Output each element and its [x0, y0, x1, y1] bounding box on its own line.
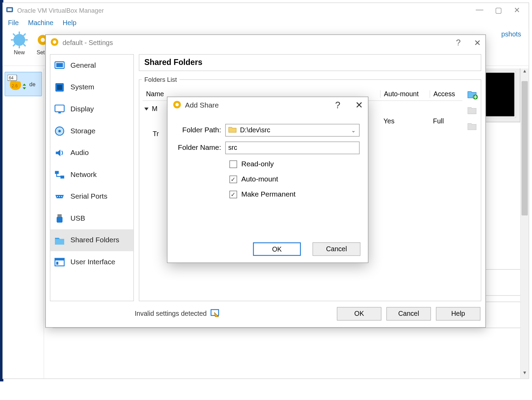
edit-share-button[interactable] — [466, 104, 478, 116]
readonly-label: Read-only — [241, 160, 274, 168]
permanent-row[interactable]: ✓ Make Permanent — [176, 187, 359, 202]
add-share-ok-button[interactable]: OK — [253, 242, 301, 256]
scrollbar-thumb[interactable] — [521, 81, 528, 215]
settings-footer: Invalid settings detected OK Cancel Help — [51, 304, 481, 323]
svg-rect-26 — [58, 112, 61, 113]
row-automount: Yes — [380, 118, 429, 125]
add-share-titlebar[interactable]: Add Share ? ✕ — [167, 97, 368, 114]
svg-rect-24 — [57, 85, 62, 90]
permanent-label: Make Permanent — [241, 190, 296, 199]
automount-label: Auto-mount — [241, 175, 278, 184]
sidebar-label-display: Display — [70, 105, 94, 113]
gear-icon — [50, 37, 59, 48]
permanent-checkbox[interactable]: ✓ — [230, 191, 237, 198]
svg-rect-1 — [8, 8, 12, 11]
readonly-row[interactable]: Read-only — [176, 157, 359, 172]
automount-checkbox[interactable]: ✓ — [230, 176, 237, 183]
svg-line-8 — [23, 44, 25, 46]
add-share-dialog: Add Share ? ✕ Folder Path: D:\dev\src ⌄ — [167, 97, 369, 263]
main-window-title: Oracle VM VirtualBox Manager — [17, 7, 476, 14]
settings-help-button[interactable]: Help — [436, 307, 481, 321]
svg-rect-34 — [57, 214, 61, 216]
add-share-close-icon[interactable]: ✕ — [355, 100, 363, 111]
svg-point-32 — [59, 196, 60, 197]
vm-os-icon: 64 2.6 — [8, 75, 27, 93]
app-icon — [5, 5, 14, 15]
sun-icon — [11, 31, 28, 49]
chevron-down-icon — [144, 107, 149, 110]
col-access[interactable]: Access — [430, 90, 462, 98]
close-icon[interactable]: ✕ — [514, 5, 520, 15]
settings-close-icon[interactable]: ✕ — [474, 38, 481, 48]
sidebar-item-system[interactable]: System — [50, 76, 134, 98]
group-transient-label: Tr — [153, 130, 159, 138]
remove-share-button[interactable] — [466, 120, 478, 132]
svg-line-10 — [23, 34, 25, 36]
sidebar-label-system: System — [70, 83, 94, 91]
sidebar-item-general[interactable]: General — [50, 55, 134, 77]
scroll-down-icon[interactable]: ▼ — [521, 370, 529, 378]
settings-cancel-button[interactable]: Cancel — [386, 307, 431, 321]
sidebar-item-display[interactable]: Display — [50, 98, 134, 120]
toolbar-new-button[interactable]: New — [6, 31, 32, 55]
toolbar-settings-label: Set — [37, 49, 45, 55]
chevron-down-icon: ⌄ — [351, 127, 356, 133]
maximize-icon[interactable]: ▢ — [495, 5, 502, 15]
folder-path-value: D:\dev\src — [240, 126, 270, 134]
sidebar-label-general: General — [70, 61, 96, 69]
warning-text: Invalid settings detected — [135, 310, 207, 318]
minimize-icon[interactable]: — — [476, 5, 483, 15]
add-share-help-icon[interactable]: ? — [335, 100, 340, 111]
col-automount[interactable]: Auto-mount — [380, 90, 429, 98]
folder-icon — [228, 126, 236, 134]
settings-help-icon[interactable]: ? — [456, 38, 461, 48]
menu-file[interactable]: File — [8, 19, 19, 27]
toolbar-new-label: New — [14, 49, 25, 55]
sidebar-label-serial: Serial Ports — [70, 192, 107, 201]
sidebar-item-network[interactable]: Network — [50, 164, 134, 186]
svg-point-20 — [53, 40, 56, 44]
settings-page-title: Shared Folders — [139, 54, 481, 71]
svg-rect-36 — [55, 239, 64, 245]
sidebar-label-shared-folders: Shared Folders — [70, 236, 119, 244]
settings-titlebar[interactable]: default - Settings ? ✕ — [46, 35, 485, 51]
folder-name-input[interactable] — [225, 142, 359, 154]
main-menu-bar: File Machine Help — [3, 17, 529, 29]
scroll-up-icon[interactable]: ▲ — [521, 68, 529, 77]
svg-line-7 — [13, 34, 15, 36]
svg-rect-29 — [55, 171, 59, 174]
toolbar-snapshots-link[interactable]: pshots — [501, 31, 529, 38]
settings-ok-button[interactable]: OK — [337, 307, 382, 321]
vm-list-item[interactable]: 64 2.6 de — [4, 72, 42, 96]
svg-point-31 — [57, 196, 58, 197]
settings-title: default - Settings — [62, 39, 456, 47]
sidebar-item-audio[interactable]: Audio — [50, 142, 134, 164]
svg-text:64: 64 — [9, 76, 14, 80]
sidebar-label-usb: USB — [70, 214, 85, 222]
readonly-checkbox[interactable] — [230, 160, 237, 168]
menu-help[interactable]: Help — [62, 19, 76, 27]
svg-point-33 — [61, 196, 62, 197]
warning-icon — [210, 308, 219, 319]
scrollbar[interactable]: ▲ ▼ — [520, 68, 529, 378]
menu-machine[interactable]: Machine — [28, 19, 54, 27]
sidebar-item-serial[interactable]: Serial Ports — [50, 186, 134, 208]
gear-icon — [172, 100, 182, 111]
vm-list: 64 2.6 de — [3, 68, 44, 378]
add-share-cancel-button[interactable]: Cancel — [313, 242, 360, 256]
svg-rect-38 — [55, 258, 64, 260]
row-access: Full — [430, 118, 462, 125]
sidebar-item-ui[interactable]: User Interface — [50, 251, 134, 273]
add-share-title: Add Share — [185, 101, 335, 110]
svg-point-28 — [58, 130, 61, 132]
svg-line-9 — [13, 44, 15, 46]
sidebar-item-shared-folders[interactable]: Shared Folders — [50, 229, 134, 251]
main-titlebar[interactable]: Oracle VM VirtualBox Manager — ▢ ✕ — [3, 3, 529, 18]
automount-row[interactable]: ✓ Auto-mount — [176, 172, 359, 187]
sidebar-item-storage[interactable]: Storage — [50, 120, 134, 142]
sidebar-label-storage: Storage — [70, 127, 95, 135]
sidebar-item-usb[interactable]: USB — [50, 208, 134, 230]
folder-path-combobox[interactable]: D:\dev\src ⌄ — [225, 124, 359, 137]
group-machine-label: M — [152, 105, 158, 113]
add-share-button[interactable] — [466, 88, 478, 100]
